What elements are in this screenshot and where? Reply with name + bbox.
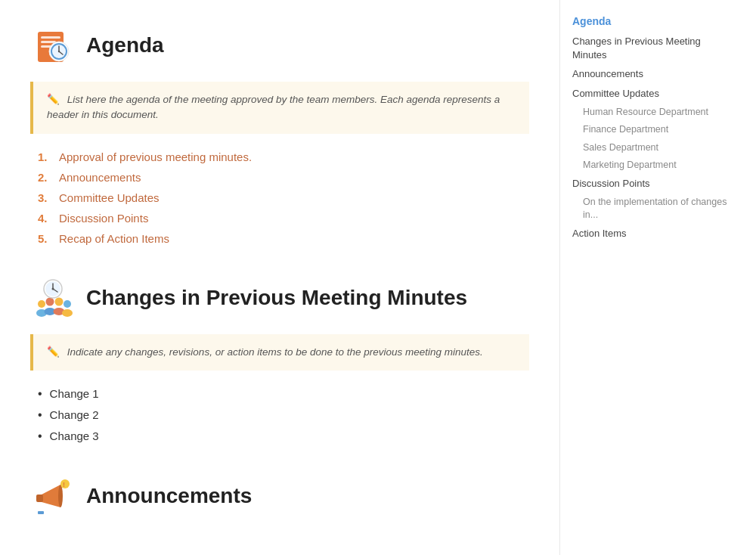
agenda-item-5-link[interactable]: Recap of Action Items bbox=[59, 232, 169, 245]
agenda-item-4-link[interactable]: Discussion Points bbox=[59, 212, 148, 225]
agenda-info-text: List here the agenda of the meeting appr… bbox=[47, 94, 500, 120]
agenda-header: Agenda bbox=[30, 23, 529, 68]
sidebar-item-announcements[interactable]: Announcements bbox=[572, 67, 729, 81]
agenda-item-3-link[interactable]: Committee Updates bbox=[59, 191, 160, 204]
sidebar-item-committee[interactable]: Committee Updates bbox=[572, 87, 729, 101]
agenda-item-3[interactable]: Committee Updates bbox=[38, 191, 529, 204]
sidebar-sub-marketing[interactable]: Marketing Department bbox=[583, 159, 729, 172]
sidebar-sub-discussion-1[interactable]: On the implementation of changes in... bbox=[583, 196, 729, 222]
agenda-item-4[interactable]: Discussion Points bbox=[38, 212, 529, 225]
changes-header: Changes in Previous Meeting Minutes bbox=[30, 275, 529, 321]
svg-point-25 bbox=[60, 479, 70, 488]
agenda-item-1[interactable]: Approval of previous meeting minutes. bbox=[38, 150, 529, 163]
sidebar-sub-finance[interactable]: Finance Department bbox=[583, 123, 729, 137]
agenda-item-1-link[interactable]: Approval of previous meeting minutes. bbox=[59, 150, 252, 163]
pencil-icon-2: ✏️ bbox=[47, 345, 60, 360]
announcements-title: Announcements bbox=[86, 484, 252, 508]
change-item-2: Change 2 bbox=[38, 408, 529, 422]
announcements-header: ! Announcements bbox=[30, 473, 529, 519]
sidebar-sub-hr[interactable]: Human Resource Department bbox=[583, 106, 729, 119]
svg-point-12 bbox=[46, 297, 54, 305]
svg-point-9 bbox=[58, 51, 60, 52]
sidebar-item-discussion[interactable]: Discussion Points bbox=[572, 177, 729, 191]
change-item-3: Change 3 bbox=[38, 429, 529, 443]
sidebar-item-action[interactable]: Action Items bbox=[572, 227, 729, 240]
pencil-icon: ✏️ bbox=[47, 92, 60, 107]
svg-point-14 bbox=[55, 297, 64, 305]
sidebar-sub-sales[interactable]: Sales Department bbox=[583, 141, 729, 155]
svg-rect-1 bbox=[41, 36, 60, 39]
svg-point-17 bbox=[62, 309, 73, 317]
changes-list: Change 1 Change 2 Change 3 bbox=[30, 387, 529, 443]
agenda-item-2[interactable]: Announcements bbox=[38, 171, 529, 184]
changes-section: Changes in Previous Meeting Minutes ✏️ I… bbox=[30, 275, 529, 443]
svg-point-16 bbox=[64, 300, 71, 308]
changes-info-box: ✏️ Indicate any changes, revisions, or a… bbox=[30, 334, 529, 371]
agenda-list: Approval of previous meeting minutes. An… bbox=[30, 150, 529, 245]
sidebar-title[interactable]: Agenda bbox=[572, 15, 729, 27]
agenda-item-5[interactable]: Recap of Action Items bbox=[38, 232, 529, 245]
svg-rect-23 bbox=[36, 495, 43, 502]
svg-point-22 bbox=[52, 287, 54, 290]
main-content: Agenda ✏️ List here the agenda of the me… bbox=[0, 0, 559, 555]
agenda-section: Agenda ✏️ List here the agenda of the me… bbox=[30, 23, 529, 245]
sidebar: Agenda Changes in Previous Meeting Minut… bbox=[559, 0, 741, 555]
changes-info-text: Indicate any changes, revisions, or acti… bbox=[67, 346, 483, 358]
change-item-1: Change 1 bbox=[38, 387, 529, 401]
sidebar-item-changes[interactable]: Changes in Previous Meeting Minutes bbox=[572, 35, 729, 62]
announcements-icon: ! bbox=[30, 473, 76, 519]
agenda-item-2-link[interactable]: Announcements bbox=[59, 171, 141, 184]
changes-icon bbox=[30, 275, 76, 321]
svg-rect-27 bbox=[38, 511, 44, 514]
agenda-title: Agenda bbox=[86, 33, 164, 57]
agenda-info-box: ✏️ List here the agenda of the meeting a… bbox=[30, 82, 529, 134]
svg-text:!: ! bbox=[63, 481, 65, 488]
agenda-icon bbox=[30, 23, 76, 68]
changes-title: Changes in Previous Meeting Minutes bbox=[86, 286, 467, 310]
svg-point-10 bbox=[38, 300, 45, 308]
announcements-section: ! Announcements bbox=[30, 473, 529, 519]
